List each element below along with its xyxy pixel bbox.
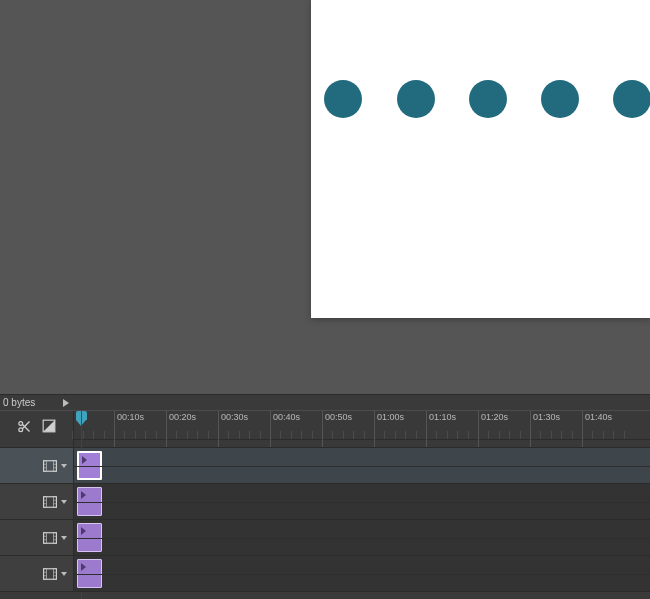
ruler-tick-label: 01:40s: [585, 412, 612, 422]
ruler-tick-label: 01:10s: [429, 412, 456, 422]
status-bytes: 0 bytes: [0, 397, 35, 408]
ruler-tick: 01:10s: [426, 411, 427, 447]
timeline-track[interactable]: [0, 520, 650, 556]
timeline-panel: 00:10s00:20s00:30s00:40s00:50s01:00s01:1…: [0, 410, 650, 599]
ruler-tick-label: 01:00s: [377, 412, 404, 422]
track-header[interactable]: [0, 484, 74, 519]
filmstrip-icon: [43, 460, 57, 472]
chevron-down-icon[interactable]: [61, 536, 67, 540]
ruler-tick-label: 00:30s: [221, 412, 248, 422]
clip-play-icon: [81, 563, 86, 571]
playhead[interactable]: [76, 411, 87, 426]
ruler-tick-label: 00:10s: [117, 412, 144, 422]
ruler-tick: 00:20s: [166, 411, 167, 447]
ruler-tick: 00:10s: [114, 411, 115, 447]
track-list: [0, 448, 650, 592]
chevron-down-icon[interactable]: [61, 572, 67, 576]
chevron-down-icon[interactable]: [61, 500, 67, 504]
chevron-down-icon[interactable]: [61, 464, 67, 468]
ruler-tick: 01:40s: [582, 411, 583, 447]
ruler-tick: 00:50s: [322, 411, 323, 447]
ruler-tick-label: 00:20s: [169, 412, 196, 422]
stage-circle[interactable]: [541, 80, 579, 118]
stage-circle[interactable]: [324, 80, 362, 118]
timeline-clip[interactable]: [77, 487, 102, 516]
filmstrip-icon: [43, 568, 57, 580]
timeline-clip[interactable]: [77, 523, 102, 552]
cut-icon[interactable]: [17, 419, 32, 434]
clip-play-icon: [81, 527, 86, 535]
timeline-track[interactable]: [0, 448, 650, 484]
contrast-icon[interactable]: [42, 419, 56, 433]
svg-rect-3: [44, 460, 57, 471]
ruler-tick: 01:30s: [530, 411, 531, 447]
ruler-tick-label: 00:50s: [325, 412, 352, 422]
track-header[interactable]: [0, 448, 74, 483]
timeline-clip[interactable]: [77, 559, 102, 588]
timeline-tools: [0, 411, 74, 447]
stage-circle[interactable]: [397, 80, 435, 118]
clip-play-icon: [81, 491, 86, 499]
ruler-baseline: [74, 439, 650, 440]
stage-circle[interactable]: [613, 80, 650, 118]
svg-rect-24: [44, 568, 57, 579]
ruler-row: 00:10s00:20s00:30s00:40s00:50s01:00s01:1…: [0, 411, 650, 448]
ruler-tick-label: 00:40s: [273, 412, 300, 422]
canvas-viewport: [0, 0, 650, 394]
ruler-tick: 01:20s: [478, 411, 479, 447]
track-header[interactable]: [0, 520, 74, 555]
track-lane[interactable]: [74, 556, 650, 591]
timeline-clip[interactable]: [77, 451, 102, 480]
timeline-track[interactable]: [0, 556, 650, 592]
time-ruler[interactable]: 00:10s00:20s00:30s00:40s00:50s01:00s01:1…: [74, 411, 650, 447]
status-bar: 0 bytes: [0, 394, 650, 411]
track-lane[interactable]: [74, 448, 650, 483]
ruler-tick-label: 01:20s: [481, 412, 508, 422]
svg-rect-10: [44, 496, 57, 507]
ruler-tick: 00:30s: [218, 411, 219, 447]
stage-circle[interactable]: [469, 80, 507, 118]
play-icon[interactable]: [63, 399, 69, 407]
ruler-tick-label: 01:30s: [533, 412, 560, 422]
stage-canvas[interactable]: [311, 0, 650, 318]
ruler-tick: 00:40s: [270, 411, 271, 447]
timeline-track[interactable]: [0, 484, 650, 520]
filmstrip-icon: [43, 532, 57, 544]
ruler-tick: 01:00s: [374, 411, 375, 447]
track-lane[interactable]: [74, 520, 650, 555]
filmstrip-icon: [43, 496, 57, 508]
clip-play-icon: [82, 456, 87, 464]
svg-rect-17: [44, 532, 57, 543]
track-header[interactable]: [0, 556, 74, 591]
track-lane[interactable]: [74, 484, 650, 519]
